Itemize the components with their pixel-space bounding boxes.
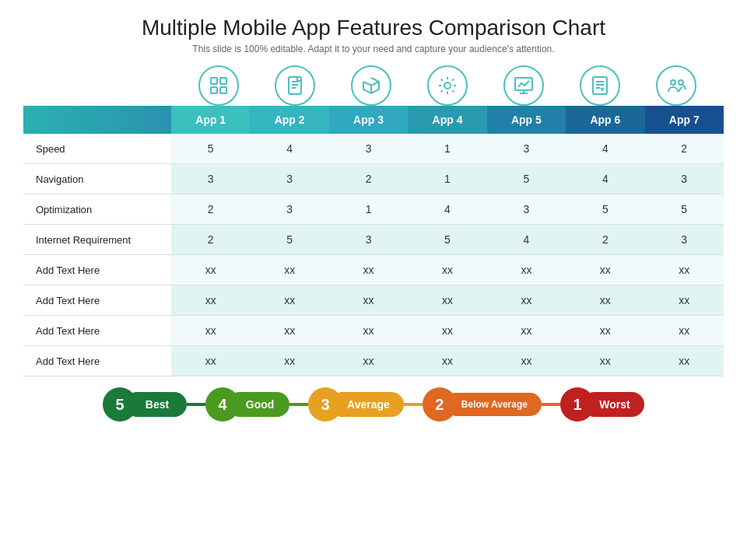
icon-cell-app6 [562,65,638,106]
cell-value: 5 [566,194,644,225]
group-icon [665,75,687,96]
table-row: Add Text Herexxxxxxxxxxxxxx [23,346,724,376]
icon-cell-app4 [409,65,486,106]
cell-value: xx [250,346,328,376]
icon-cell-app5 [486,65,562,106]
cell-value: xx [645,285,724,316]
table-row: Optimization2314355 [23,194,724,225]
legend-row: 5 Best 4 Good 3 Average 2 Below Average … [23,387,724,422]
table-row: Internet Requirement2535423 [23,225,724,255]
feature-label: Add Text Here [23,285,171,316]
cell-value: 3 [250,164,328,194]
svg-rect-3 [220,87,226,93]
connector-1 [187,403,205,406]
cell-value: 2 [566,225,644,255]
cell-value: 3 [487,134,566,164]
header-app2: App 2 [250,106,328,134]
cell-value: xx [566,255,644,285]
table-row: Navigation3321543 [23,164,724,194]
cell-value: xx [645,255,724,285]
cell-value: xx [329,285,408,316]
page-subtitle: This slide is 100% editable. Adapt it to… [192,44,554,54]
table-row: Add Text Herexxxxxxxxxxxxxx [23,285,724,316]
app1-icon-circle [198,65,239,106]
connector-3 [404,403,423,406]
cell-value: xx [250,285,328,316]
app7-icon-circle [656,65,696,106]
table-row: Add Text Herexxxxxxxxxxxxxx [23,255,724,285]
cell-value: xx [408,285,486,316]
badge-good: 4 [205,387,240,422]
connector-2 [289,403,308,406]
cell-value: xx [171,346,250,376]
svg-point-18 [679,80,683,85]
cell-value: xx [645,346,724,376]
icon-cell-app2 [257,65,333,106]
cell-value: 3 [250,194,328,225]
document-icon [284,75,306,96]
cell-value: xx [408,316,486,346]
cell-value: 3 [171,164,250,194]
cell-value: 3 [487,194,566,225]
cell-value: xx [250,316,328,346]
box-icon [360,75,382,96]
badge-worst: 1 [560,387,594,422]
table-row: Speed5431342 [23,134,724,164]
cell-value: 2 [171,194,250,225]
cell-value: xx [329,255,408,285]
cell-value: xx [329,346,408,376]
cell-value: 4 [487,225,566,255]
table-row: Add Text Herexxxxxxxxxxxxxx [23,316,724,346]
badge-avg: 3 [308,387,342,422]
cell-value: xx [566,285,644,316]
cell-value: xx [487,346,566,376]
legend-avg: 3 Average [308,387,404,422]
cell-value: 3 [645,164,724,194]
cell-value: xx [487,316,566,346]
svg-point-9 [444,82,451,89]
feature-label: Add Text Here [23,255,171,285]
cell-value: xx [566,316,644,346]
app2-icon-circle [275,65,315,106]
chart-icon [513,75,535,96]
cell-value: xx [250,255,328,285]
header-app4: App 4 [408,106,486,134]
cell-value: 4 [566,164,644,194]
cell-value: 5 [250,225,328,255]
app5-icon-circle [503,65,544,106]
feature-label: Internet Requirement [23,225,171,255]
cell-value: xx [645,316,724,346]
cell-value: 4 [566,134,644,164]
feature-label: Optimization [23,194,171,225]
header-app1: App 1 [171,106,250,134]
svg-point-17 [671,80,675,85]
legend-worst: 1 Worst [560,387,644,422]
cell-value: xx [171,316,250,346]
label-below: Below Average [444,393,542,416]
cell-value: xx [566,346,644,376]
table-header-row: App 1 App 2 App 3 App 4 App 5 App 6 App … [23,106,724,134]
header-app7: App 7 [645,106,724,134]
feature-label: Speed [23,134,171,164]
grid-icon [208,75,230,96]
cell-value: 5 [645,194,724,225]
connector-4 [542,403,560,406]
cell-value: 2 [645,134,724,164]
icon-cell-app7 [638,65,714,106]
table-body: Speed5431342Navigation3321543Optimizatio… [23,134,724,376]
cell-value: xx [171,285,250,316]
cell-value: xx [408,346,486,376]
cell-value: 5 [171,134,250,164]
comparison-table-wrapper: App 1 App 2 App 3 App 4 App 5 App 6 App … [23,106,724,376]
comparison-table: App 1 App 2 App 3 App 4 App 5 App 6 App … [23,106,724,376]
header-app5: App 5 [487,106,566,134]
cell-value: 3 [645,225,724,255]
legend-below: 2 Below Average [423,387,542,422]
page: Multiple Mobile App Features Comparison … [0,0,747,560]
icon-row [181,65,714,106]
feature-label: Add Text Here [23,316,171,346]
cell-value: 4 [408,194,486,225]
legend-best: 5 Best [103,387,187,422]
svg-rect-2 [211,87,217,93]
legend-good: 4 Good [205,387,289,422]
